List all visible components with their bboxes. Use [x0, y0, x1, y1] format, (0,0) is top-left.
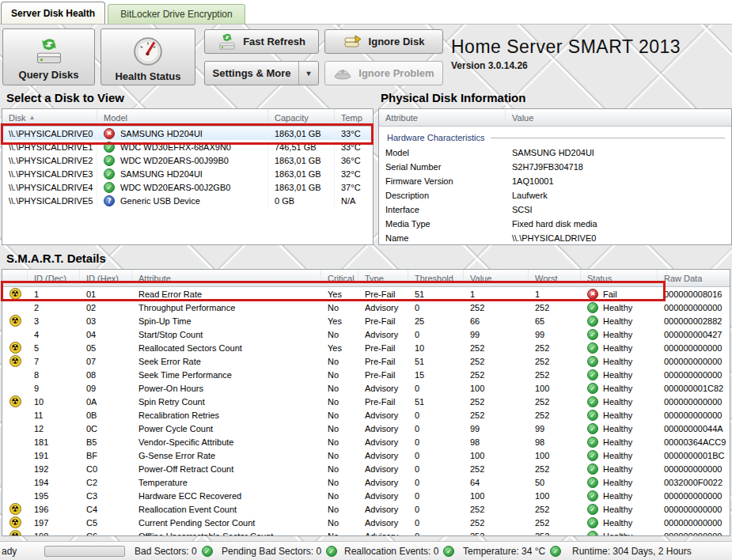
smart-row[interactable]: ☢100ASpin Retry CountNoPre-Fail51252252✓…	[2, 395, 730, 408]
smart-row[interactable]: ☢101Read Error RateYesPre-Fail5111✖Fail0…	[2, 287, 730, 301]
smart-row[interactable]: 909Power-On HoursNoAdvisory0100100✓Healt…	[2, 381, 730, 395]
column-header-threshold[interactable]: Threshold	[408, 270, 464, 286]
smart-row[interactable]: 192C0Power-Off Retract CountNoAdvisory02…	[2, 462, 730, 475]
radiation-icon: ☢	[9, 395, 21, 407]
smart-row[interactable]: ☢197C5Current Pending Sector CountNoAdvi…	[2, 516, 730, 529]
disk-row[interactable]: \\.\PHYSICALDRIVE0✖SAMSUNG HD204UI1863,0…	[2, 127, 373, 140]
smart-status-label: Healthy	[603, 357, 632, 366]
smart-threshold-cell: 0	[408, 411, 464, 420]
smart-flag-cell: ☢	[2, 288, 28, 300]
smart-row[interactable]: 191BFG-Sense Error RateNoAdvisory0100100…	[2, 448, 730, 462]
info-row: Name\\.\PHYSICALDRIVE0	[379, 231, 731, 245]
smart-worst-cell: 252	[529, 343, 581, 353]
column-label: Value	[470, 274, 491, 283]
smart-raw-data-cell: 000000000000	[658, 343, 730, 353]
smart-critical-cell: No	[321, 330, 358, 339]
column-header-value[interactable]: Value	[464, 270, 529, 286]
smart-critical-cell: No	[321, 397, 358, 407]
info-attribute-cell: Description	[379, 191, 506, 200]
smart-type-cell: Pre-Fail	[358, 289, 408, 299]
smart-row[interactable]: 110BRecalibration RetriesNoAdvisory02522…	[2, 408, 730, 422]
column-header-disk[interactable]: Disk ▲	[2, 109, 97, 126]
smart-id-hex-cell: 03	[80, 316, 132, 326]
smart-row[interactable]: 194C2TemperatureNoAdvisory06450✓Healthy0…	[2, 475, 730, 489]
health-status-button[interactable]: Health Status	[101, 28, 195, 85]
smart-type-cell: Advisory	[358, 303, 408, 312]
smart-value-cell: 99	[464, 424, 529, 433]
app-title-block: Home Server SMART 2013 Version 3.0.14.26	[451, 36, 681, 71]
smart-id-hex-cell: 0A	[80, 397, 132, 407]
smart-id-dec-cell: 9	[28, 384, 80, 393]
smart-critical-cell: No	[321, 491, 358, 501]
smart-worst-cell: 252	[529, 370, 581, 380]
column-header-capacity[interactable]: Capacity	[268, 109, 335, 126]
smart-row[interactable]: 120CPower Cycle CountNoAdvisory09999✓Hea…	[2, 422, 730, 435]
smart-id-hex-cell: 09	[80, 384, 132, 393]
healthy-icon: ✓	[587, 369, 598, 380]
smart-id-hex-cell: C0	[80, 464, 132, 474]
column-header-temp[interactable]: Temp	[335, 109, 373, 126]
column-header-status[interactable]: Status	[581, 270, 658, 286]
smart-row[interactable]: 181B5Vendor-Specific AttributeNoAdvisory…	[2, 435, 730, 448]
column-header-id-hex[interactable]: ID (Hex)	[80, 270, 132, 286]
ignore-disk-button[interactable]: Ignore Disk	[324, 29, 443, 54]
info-value-cell: 1AQ10001	[506, 176, 731, 186]
column-header-attribute[interactable]: Attribute	[132, 270, 321, 286]
smart-row[interactable]: 202Throughput PerformanceNoAdvisory02522…	[2, 301, 730, 314]
smart-id-hex-cell: BF	[80, 451, 132, 460]
column-header-value[interactable]: Value	[506, 109, 731, 126]
settings-more-dropdown[interactable]: ▾	[298, 62, 318, 85]
smart-type-cell: Advisory	[358, 451, 408, 460]
info-row: ModelSAMSUNG HD204UI	[379, 146, 731, 160]
smart-section-title: S.M.A.R.T. Details	[6, 252, 106, 265]
smart-type-cell: Advisory	[358, 505, 408, 514]
smart-id-dec-cell: 12	[28, 424, 80, 433]
settings-more-button[interactable]: Settings & More ▾	[204, 61, 319, 85]
column-header-critical[interactable]: Critical	[321, 270, 358, 286]
disk-capacity-cell: 1863,01 GB	[268, 180, 335, 194]
fast-refresh-button[interactable]: Fast Refresh	[204, 29, 319, 54]
smart-row[interactable]: ☢505Reallocated Sectors CountYesPre-Fail…	[2, 341, 730, 354]
tab-server-disk-health[interactable]: Server Disk Health	[1, 2, 105, 24]
smart-status-cell: ✖Fail	[581, 289, 658, 300]
column-header-worst[interactable]: Worst	[529, 270, 581, 286]
disk-row[interactable]: \\.\PHYSICALDRIVE3✓SAMSUNG HD204UI1863,0…	[2, 167, 373, 180]
settings-more-label[interactable]: Settings & More	[205, 62, 298, 85]
disk-row[interactable]: \\.\PHYSICALDRIVE1✓WDC WD30EFRX-68AX9N07…	[2, 140, 373, 153]
column-header-raw-data[interactable]: Raw Data	[658, 270, 730, 286]
column-header-id-dec[interactable]: ID (Dec)	[28, 270, 80, 286]
smart-value-cell: 252	[464, 505, 529, 514]
column-header-flag	[2, 270, 28, 286]
smart-status-cell: ✓Healthy	[581, 477, 658, 488]
smart-status-label: Healthy	[603, 411, 632, 420]
smart-id-dec-cell: 3	[28, 316, 80, 326]
smart-critical-cell: Yes	[321, 316, 358, 326]
smart-status-label: Healthy	[603, 397, 632, 407]
query-disks-button[interactable]: Query Disks	[2, 28, 95, 85]
column-header-type[interactable]: Type	[358, 270, 408, 286]
tab-bitlocker-drive-encryption[interactable]: BitLocker Drive Encryption	[108, 4, 245, 24]
smart-critical-cell: Yes	[321, 343, 358, 353]
smart-threshold-cell: 51	[408, 397, 464, 407]
smart-row[interactable]: ☢303Spin-Up TimeYesPre-Fail256665✓Health…	[2, 314, 730, 327]
smart-row[interactable]: ☢198C6Offline Uncorrectable Sector Count…	[2, 529, 730, 536]
column-label: Model	[104, 113, 127, 123]
smart-type-cell: Pre-Fail	[358, 343, 408, 353]
smart-value-cell: 252	[464, 370, 529, 380]
smart-row[interactable]: ☢707Seek Error RateNoPre-Fail51252252✓He…	[2, 354, 730, 368]
health-status-label: Health Status	[115, 70, 180, 82]
healthy-icon: ✓	[587, 329, 598, 340]
disk-row[interactable]: \\.\PHYSICALDRIVE2✓WDC WD20EARS-00J99B01…	[2, 153, 373, 167]
smart-row[interactable]: 808Seek Time PerformanceNoPre-Fail152522…	[2, 368, 730, 381]
disk-row[interactable]: \\.\PHYSICALDRIVE4✓WDC WD20EARS-00J2GB01…	[2, 180, 373, 194]
smart-row[interactable]: 195C3Hardware ECC RecoveredNoAdvisory010…	[2, 489, 730, 502]
disk-row[interactable]: \\.\PHYSICALDRIVE5?Generic USB Device0 G…	[2, 194, 373, 207]
healthy-icon: ✓	[587, 504, 598, 515]
smart-raw-data-cell: 000000000000	[658, 464, 730, 474]
info-attribute-cell: Media Type	[379, 219, 506, 229]
disk-model-cell: ✖SAMSUNG HD204UI	[97, 127, 268, 140]
column-header-attribute[interactable]: Attribute	[379, 109, 506, 126]
smart-row[interactable]: ☢196C4Reallocation Event CountNoAdvisory…	[2, 502, 730, 516]
column-header-model[interactable]: Model	[97, 109, 268, 126]
smart-row[interactable]: 404Start/Stop CountNoAdvisory09999✓Healt…	[2, 327, 730, 341]
